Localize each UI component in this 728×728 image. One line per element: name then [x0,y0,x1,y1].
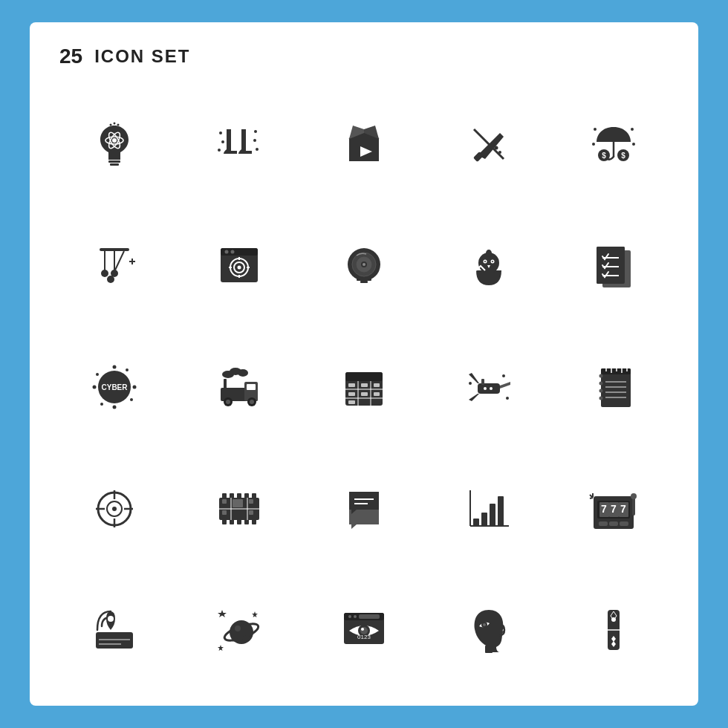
svg-point-121 [599,381,603,385]
svg-point-126 [112,507,117,511]
svg-text:7: 7 [620,503,626,515]
svg-rect-133 [230,493,234,499]
chick-icon [463,239,515,291]
svg-point-11 [221,140,224,143]
svg-point-8 [117,123,120,126]
svg-rect-137 [222,519,227,524]
svg-rect-0 [108,160,120,163]
svg-text:7: 7 [601,503,607,515]
icon-cell-boots [184,91,294,198]
pendulum-icon [88,239,140,291]
svg-rect-88 [224,379,227,389]
icon-cell-chick [434,212,544,319]
svg-point-10 [254,130,257,133]
svg-rect-166 [599,521,608,526]
icon-cell-knife [434,91,544,198]
icon-cell-planet [184,576,294,683]
svg-rect-110 [601,368,631,374]
icon-cell-head-eye [434,576,544,683]
svg-point-28 [632,143,635,146]
svg-rect-195 [485,646,493,653]
svg-point-44 [238,266,241,270]
svg-point-12 [253,139,256,142]
svg-rect-134 [237,493,241,499]
icon-cell-domino [559,576,669,683]
svg-rect-138 [230,519,234,524]
svg-point-183 [235,625,241,631]
notebook-icon [588,361,640,413]
umbrella-money-icon: $ $ [588,118,640,170]
icon-cell-notebook [559,334,669,441]
svg-marker-180 [218,645,224,651]
svg-rect-146 [233,499,243,507]
svg-point-55 [363,263,365,266]
icon-cell-checklist [559,212,669,319]
svg-point-85 [226,400,230,404]
location-icon [88,604,140,656]
svg-point-75 [96,373,99,376]
smoke-truck-icon [213,361,265,413]
svg-point-25 [594,128,597,131]
svg-point-187 [354,615,357,618]
svg-rect-101 [374,392,380,396]
svg-rect-29 [100,248,129,251]
svg-rect-135 [244,493,249,499]
boots-icon [213,118,265,170]
icon-cell-location [59,576,169,683]
icon-cell-bar-chart [434,455,544,562]
svg-rect-168 [620,521,628,526]
svg-marker-179 [252,611,258,617]
header-title: ICON SET [94,46,190,67]
svg-point-41 [231,250,235,254]
header: 25 ICON SET [59,45,669,68]
icon-cell-browser-eye: 0123 [309,576,419,683]
svg-rect-167 [609,521,618,526]
chat-icon [338,483,390,535]
card: 25 ICON SET [30,22,698,706]
svg-point-72 [126,368,129,371]
svg-rect-148 [222,510,227,515]
svg-rect-83 [247,384,256,390]
svg-point-6 [110,123,112,126]
slot-icon: 7 7 7 [588,483,640,535]
svg-text:7: 7 [611,503,617,515]
film-icon [213,483,265,535]
svg-rect-147 [249,499,253,504]
vinyl-icon [338,239,390,291]
svg-point-70 [113,405,117,409]
svg-point-27 [592,143,595,146]
svg-point-26 [631,128,634,131]
svg-rect-95 [348,383,355,387]
svg-point-9 [219,131,222,134]
svg-rect-98 [348,392,355,396]
svg-rect-153 [473,519,479,526]
svg-text:CYBER: CYBER [101,383,128,391]
svg-rect-132 [222,493,227,499]
svg-point-40 [225,250,229,254]
header-number: 25 [59,45,82,68]
svg-marker-178 [218,610,227,617]
cyber-icon: CYBER [88,361,140,413]
svg-rect-100 [348,400,355,404]
svg-line-173 [590,498,593,498]
svg-point-74 [100,403,103,406]
svg-rect-139 [237,519,241,524]
svg-rect-97 [374,383,380,387]
svg-point-108 [502,374,505,377]
svg-point-175 [108,616,114,622]
domino-icon [588,604,640,656]
planet-icon [213,604,265,656]
icon-cell-crosshair [59,455,169,562]
crosshair-icon [88,483,140,535]
svg-point-191 [361,628,364,631]
svg-rect-64 [597,247,625,284]
svg-rect-136 [252,493,256,499]
svg-rect-103 [481,379,484,385]
bar-chart-icon [463,483,515,535]
svg-point-120 [599,374,603,377]
svg-point-122 [599,389,603,392]
target-browser-icon [213,239,265,291]
svg-point-186 [348,615,351,618]
svg-rect-188 [359,614,380,619]
browser-eye-icon: 0123 [338,604,390,656]
